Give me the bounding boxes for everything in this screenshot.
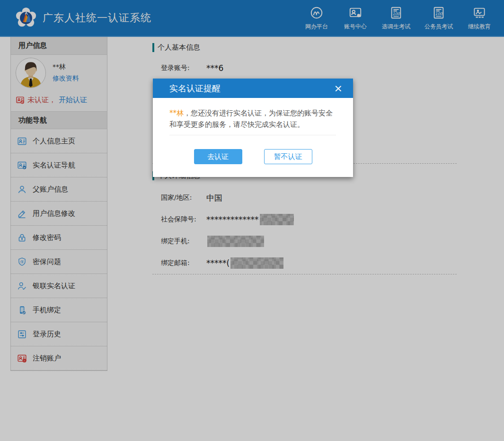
dialog-title: 实名认证提醒	[169, 83, 332, 94]
close-icon[interactable]: ×	[332, 82, 345, 95]
dialog-message-text: ，您还没有进行实名认证，为保证您的账号安全和享受更多的服务，请尽快完成实名认证。	[169, 109, 333, 129]
go-authenticate-button[interactable]: 去认证	[194, 149, 242, 164]
dialog-actions: 去认证 暂不认证	[153, 141, 353, 177]
dialog-header: 实名认证提醒 ×	[153, 79, 353, 98]
highlighted-user-name: **林	[169, 109, 184, 117]
not-now-button[interactable]: 暂不认证	[264, 149, 312, 164]
modal-backdrop	[0, 0, 504, 441]
dialog-message: **林，您还没有进行实名认证，为保证您的账号安全和享受更多的服务，请尽快完成实名…	[153, 98, 353, 141]
dialog-divider	[169, 135, 336, 135]
realname-auth-reminder-dialog: 实名认证提醒 × **林，您还没有进行实名认证，为保证您的账号安全和享受更多的服…	[153, 79, 353, 177]
